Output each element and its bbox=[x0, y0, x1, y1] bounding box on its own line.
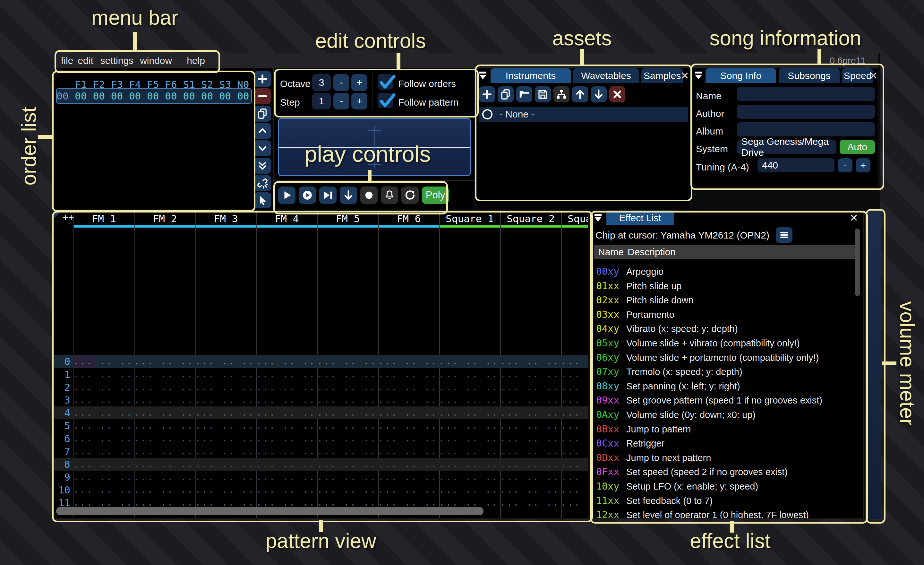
pattern-cell[interactable]: ... .. .. .... bbox=[500, 445, 561, 458]
effect-row[interactable]: 08xySet panning (x: left; y: right) bbox=[592, 379, 862, 393]
pattern-cell[interactable]: ... .. .. .... bbox=[74, 419, 134, 432]
effect-row[interactable]: 12xxSet level of operator 1 (0 highest, … bbox=[592, 508, 862, 519]
tab-song-info[interactable]: Song Info bbox=[705, 68, 776, 83]
effect-row[interactable]: 0DxxJump to next pattern bbox=[592, 451, 862, 465]
album-field[interactable] bbox=[737, 122, 875, 137]
channel-header-square-3[interactable]: Square 3 bbox=[561, 212, 588, 225]
tab-instruments[interactable]: Instruments bbox=[490, 68, 571, 83]
pattern-cell[interactable]: ... .. .. .... bbox=[561, 484, 588, 496]
poly-button[interactable]: Poly bbox=[422, 186, 449, 204]
pattern-cell[interactable]: ... .. .. .... bbox=[134, 368, 195, 381]
order-cell[interactable]: 00 bbox=[128, 90, 142, 102]
pattern-cell[interactable]: ... .. .. .... bbox=[195, 381, 256, 394]
pattern-cell[interactable]: ... .. .. .... bbox=[317, 406, 378, 419]
pattern-cell[interactable]: ... .. .. .... bbox=[561, 458, 588, 470]
pattern-cell[interactable]: ... .. .. .... bbox=[317, 484, 378, 496]
tree-view-button[interactable] bbox=[554, 86, 570, 102]
channel-header-fm-1[interactable]: FM 1 bbox=[74, 212, 134, 225]
duplicate-button[interactable] bbox=[498, 86, 514, 102]
pattern-cell[interactable]: ... .. .. .... bbox=[195, 368, 256, 381]
pattern-cell[interactable]: ... .. .. .... bbox=[256, 470, 317, 484]
arrow-down-button[interactable] bbox=[591, 86, 607, 102]
channel-header-fm-5[interactable]: FM 5 bbox=[317, 212, 378, 225]
effect-row[interactable]: 0CxxRetrigger bbox=[592, 436, 862, 451]
pattern-cell[interactable]: ... .. .. .... bbox=[439, 445, 500, 458]
plus-button[interactable] bbox=[254, 71, 271, 87]
effect-row[interactable]: 01xxPitch slide up bbox=[592, 279, 862, 293]
menu-item-settings[interactable]: settings bbox=[100, 53, 134, 68]
chevron-down-button[interactable] bbox=[254, 140, 271, 156]
pattern-cell[interactable]: ... .. .. .... bbox=[195, 484, 256, 496]
pattern-cell[interactable]: ... .. .. .... bbox=[256, 355, 317, 368]
instrument-list-item[interactable]: - None - bbox=[479, 107, 688, 122]
effect-row[interactable]: 03xxPortamento bbox=[592, 308, 862, 322]
plus-button[interactable] bbox=[479, 86, 495, 102]
pattern-cell[interactable]: ... .. .. .... bbox=[134, 381, 195, 394]
pattern-cell[interactable]: ... .. .. .... bbox=[439, 458, 500, 470]
pattern-cell[interactable]: ... .. .. .... bbox=[134, 406, 195, 419]
pattern-cell[interactable]: ... .. .. .... bbox=[256, 368, 317, 381]
collapse-window-icon[interactable] bbox=[479, 71, 488, 80]
pattern-cell[interactable]: ... .. .. .... bbox=[317, 368, 378, 381]
record-button[interactable] bbox=[360, 186, 378, 204]
chevron-up-button[interactable] bbox=[254, 123, 271, 139]
effect-row[interactable]: 0BxxJump to pattern bbox=[592, 422, 862, 436]
octave-minus-button[interactable]: - bbox=[333, 74, 350, 91]
menu-item-edit[interactable]: edit bbox=[78, 53, 93, 68]
collapse-window-icon[interactable] bbox=[594, 213, 603, 222]
pattern-cell[interactable]: ... .. .. .... bbox=[500, 368, 561, 381]
pattern-cell[interactable]: ... .. .. .... bbox=[317, 432, 378, 445]
pattern-cell[interactable]: ... .. .. .... bbox=[256, 445, 317, 458]
effect-list-menu-button[interactable] bbox=[776, 227, 792, 243]
pattern-cell[interactable]: ... .. .. .... bbox=[195, 432, 256, 445]
tab-speed[interactable]: Speed bbox=[842, 68, 873, 83]
step-down-button[interactable] bbox=[340, 186, 357, 204]
pattern-cell[interactable]: ... .. .. .... bbox=[195, 355, 256, 368]
pattern-cell[interactable]: ... .. .. .... bbox=[134, 470, 195, 484]
pattern-cell[interactable]: ... .. .. .... bbox=[134, 458, 195, 470]
pattern-cell[interactable]: ... .. .. .... bbox=[195, 470, 256, 484]
chevrons-down-button[interactable] bbox=[254, 158, 271, 174]
pattern-cell[interactable]: ... .. .. .... bbox=[195, 458, 256, 470]
close-icon[interactable]: ✕ bbox=[850, 212, 858, 224]
expand-pattern-button[interactable]: ++ bbox=[63, 212, 74, 223]
folder-open-button[interactable] bbox=[516, 86, 532, 102]
pattern-cell[interactable]: ... .. .. .... bbox=[378, 432, 439, 445]
pattern-cell[interactable]: ... .. .. .... bbox=[500, 470, 561, 484]
pattern-cell[interactable]: ... .. .. .... bbox=[256, 484, 317, 496]
pattern-cell[interactable]: ... .. .. .... bbox=[439, 432, 500, 445]
step-minus-button[interactable]: - bbox=[333, 93, 350, 110]
name-field[interactable] bbox=[737, 87, 875, 101]
pattern-cell[interactable]: ... .. .. .... bbox=[74, 458, 134, 470]
pattern-cell[interactable]: ... .. .. .... bbox=[134, 445, 195, 458]
pattern-cell[interactable]: ... .. .. .... bbox=[561, 381, 588, 394]
pattern-cell[interactable]: ... .. .. .... bbox=[74, 394, 134, 406]
pattern-cell[interactable]: ... .. .. .... bbox=[500, 458, 561, 470]
play-to-cursor-button[interactable] bbox=[319, 186, 336, 204]
pattern-cell[interactable]: ... .. .. .... bbox=[134, 355, 195, 368]
menu-item-file[interactable]: file bbox=[61, 53, 73, 68]
order-cell[interactable]: 00 bbox=[218, 90, 232, 102]
effect-row[interactable]: 06xyVolume slide + portamento (compatibi… bbox=[592, 350, 862, 365]
close-icon[interactable]: ✕ bbox=[681, 70, 689, 82]
pattern-cell[interactable]: ... .. .. .... bbox=[74, 381, 134, 394]
repeat-button[interactable] bbox=[401, 186, 418, 204]
pattern-cell[interactable]: ... .. .. .... bbox=[134, 432, 195, 445]
author-field[interactable] bbox=[737, 105, 875, 119]
effect-row[interactable]: 04xyVibrato (x: speed; y: depth) bbox=[592, 322, 862, 336]
order-cell[interactable]: 00 bbox=[182, 90, 196, 102]
order-cell[interactable]: 00 bbox=[200, 90, 214, 102]
channel-header-fm-4[interactable]: FM 4 bbox=[256, 212, 317, 225]
effect-row[interactable]: 09xxSet groove pattern (speed 1 if no gr… bbox=[592, 393, 862, 407]
pattern-cell[interactable]: ... .. .. .... bbox=[74, 368, 134, 381]
pattern-cell[interactable]: ... .. .. .... bbox=[561, 394, 588, 406]
octave-plus-button[interactable]: + bbox=[351, 74, 368, 91]
pattern-cell[interactable]: ... .. .. .... bbox=[439, 368, 500, 381]
pattern-cell[interactable]: ... .. .. .... bbox=[317, 458, 378, 470]
pattern-cell[interactable]: ... .. .. .... bbox=[134, 484, 195, 496]
pattern-cell[interactable]: ... .. .. .... bbox=[500, 355, 561, 368]
pattern-cell[interactable]: ... .. .. .... bbox=[256, 394, 317, 406]
delete-button[interactable] bbox=[609, 86, 625, 102]
pattern-cell[interactable]: ... .. .. .... bbox=[317, 445, 378, 458]
pattern-cell[interactable]: ... .. .. .... bbox=[378, 381, 439, 394]
